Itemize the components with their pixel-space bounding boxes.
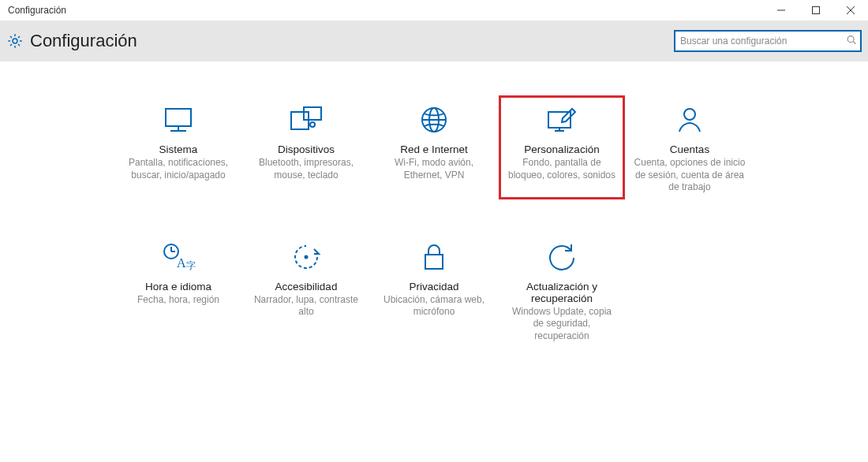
header-left: Configuración — [6, 31, 137, 51]
svg-line-6 — [853, 42, 855, 44]
tile-desc: Ubicación, cámara web, micrófono — [375, 294, 493, 319]
tile-title: Dispositivos — [247, 143, 365, 155]
minimize-icon — [776, 6, 786, 15]
tile-desc: Pantalla, notificaciones, buscar, inicio… — [119, 157, 238, 181]
minimize-button[interactable] — [764, 0, 799, 20]
svg-rect-1 — [813, 7, 820, 14]
svg-rect-11 — [304, 107, 321, 120]
tile-title: Sistema — [119, 143, 238, 155]
svg-text:A: A — [177, 256, 186, 270]
close-icon — [846, 6, 855, 15]
tile-title: Accesibilidad — [247, 281, 365, 292]
svg-point-26 — [305, 255, 309, 259]
devices-icon — [247, 101, 365, 139]
tile-desc: Windows Update, copia de seguridad, recu… — [503, 306, 621, 343]
maximize-icon — [811, 6, 821, 15]
tile-accesibilidad[interactable]: Accesibilidad Narrador, lupa, contraste … — [244, 233, 369, 348]
settings-content: Sistema Pantalla, notificaciones, buscar… — [0, 61, 868, 348]
accounts-icon — [630, 101, 749, 139]
close-button[interactable] — [833, 0, 868, 20]
display-icon — [119, 101, 238, 139]
gear-icon — [6, 32, 24, 50]
svg-point-4 — [13, 39, 17, 43]
tile-desc: Cuenta, opciones de inicio de sesión, cu… — [630, 157, 749, 194]
svg-point-13 — [310, 122, 315, 127]
tile-empty — [627, 233, 752, 348]
tile-title: Hora e idioma — [119, 281, 238, 292]
settings-grid: Sistema Pantalla, notificaciones, buscar… — [116, 96, 752, 348]
svg-rect-7 — [166, 109, 191, 126]
tile-actualizacion[interactable]: Actualización y recuperación Windows Upd… — [499, 233, 624, 348]
tile-desc: Wi-Fi, modo avión, Ethernet, VPN — [375, 157, 493, 181]
tile-desc: Fondo, pantalla de bloqueo, colores, son… — [503, 157, 621, 181]
personalization-icon — [503, 101, 621, 139]
svg-point-20 — [684, 109, 695, 120]
page-title: Configuración — [30, 31, 137, 51]
tile-personalizacion[interactable]: Personalización Fondo, pantalla de bloqu… — [499, 96, 624, 199]
tile-dispositivos[interactable]: Dispositivos Bluetooth, impresoras, mous… — [244, 96, 369, 199]
svg-text:字: 字 — [186, 260, 196, 271]
window-titlebar: Configuración — [0, 0, 868, 20]
tile-hora[interactable]: A 字 Hora e idioma Fecha, hora, región — [116, 233, 241, 348]
tile-red[interactable]: Red e Internet Wi-Fi, modo avión, Ethern… — [372, 96, 496, 199]
svg-rect-27 — [425, 255, 443, 269]
search-box[interactable] — [674, 30, 862, 52]
time-language-icon: A 字 — [119, 238, 238, 276]
header-bar: Configuración — [0, 20, 868, 61]
window-title: Configuración — [8, 5, 66, 16]
tile-desc: Fecha, hora, región — [119, 294, 238, 307]
search-icon — [846, 35, 857, 48]
tile-title: Cuentas — [630, 143, 749, 155]
tile-title: Red e Internet — [375, 143, 493, 155]
tile-desc: Narrador, lupa, contraste alto — [247, 294, 365, 319]
maximize-button[interactable] — [799, 0, 833, 20]
search-input[interactable] — [674, 30, 862, 52]
tile-title: Personalización — [503, 143, 621, 155]
tile-title: Privacidad — [375, 281, 493, 292]
window-controls — [764, 0, 868, 20]
globe-icon — [375, 101, 493, 139]
update-icon — [503, 238, 621, 276]
tile-sistema[interactable]: Sistema Pantalla, notificaciones, buscar… — [116, 96, 241, 199]
tile-privacidad[interactable]: Privacidad Ubicación, cámara web, micróf… — [372, 233, 496, 348]
lock-icon — [375, 238, 493, 276]
tile-cuentas[interactable]: Cuentas Cuenta, opciones de inicio de se… — [627, 96, 752, 199]
accessibility-icon — [247, 238, 365, 276]
svg-point-5 — [847, 36, 854, 43]
tile-title: Actualización y recuperación — [503, 281, 621, 304]
tile-desc: Bluetooth, impresoras, mouse, teclado — [247, 157, 365, 181]
